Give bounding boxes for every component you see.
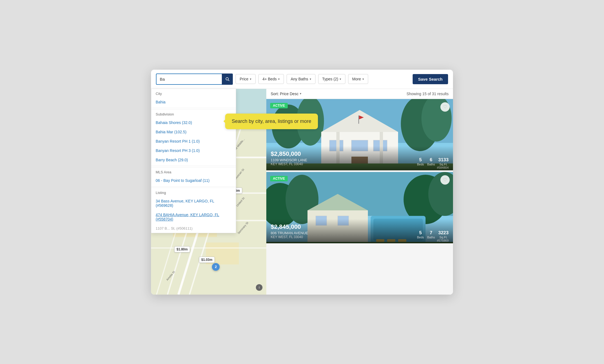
autocomplete-dropdown: City Bahia Subdivision Bahaia Shores (32…	[151, 89, 236, 233]
listing-1-active-badge: ACTIVE	[270, 103, 288, 108]
search-button[interactable]	[222, 74, 233, 85]
chevron-down-icon: ▾	[362, 77, 364, 81]
ac-mls-header: MLS Area	[151, 167, 236, 176]
listing-2-sqft-stat: 3223 Sq.Ft.	[438, 230, 449, 239]
results-count: Showing 15 of 31 results	[407, 92, 449, 96]
ac-item-bahia-avenue[interactable]: 474 BAHIA Avenue, KEY LARGO, FL (#558704…	[151, 210, 236, 224]
listing-2-price: $2,845,000	[271, 223, 449, 230]
circle-marker-2[interactable]: 2	[212, 263, 220, 271]
listing-1-baths-stat: 6 Baths	[427, 157, 435, 166]
listing-1-beds-stat: 5 Beds	[417, 157, 424, 166]
ac-item-banyan-ph3[interactable]: Banyan Resort PH 3 (1.0)	[151, 146, 236, 155]
listing-1-price: $2,850,000	[271, 150, 449, 157]
ac-subdivision-header: Subdivision	[151, 109, 236, 118]
ac-separator-3	[151, 186, 236, 187]
svg-line-1	[228, 80, 229, 81]
svg-rect-38	[358, 115, 359, 124]
listing-2-beds-stat: 5 Beds	[417, 230, 424, 239]
ac-separator-2	[151, 166, 236, 166]
chevron-down-icon: ▾	[310, 77, 311, 81]
chevron-down-icon: ▾	[340, 77, 341, 81]
sort-button[interactable]: Sort: Price Desc ▾	[271, 92, 301, 96]
ac-item-listing-3[interactable]: 1107 B... St, (#506111)	[151, 224, 236, 233]
ac-city-header: City	[151, 89, 236, 97]
listing-1-mls: #584804	[437, 166, 449, 169]
search-box	[156, 74, 233, 85]
save-search-button[interactable]: Save Search	[413, 74, 448, 84]
types-filter-button[interactable]: Types (2) ▾	[318, 74, 345, 84]
sort-chevron-icon: ▾	[300, 92, 301, 95]
listing-card-1[interactable]: ACTIVE ♡ $2,850,000 1109 WINDSOR LANE KE…	[266, 99, 453, 170]
ac-item-bay-point[interactable]: 06 - Bay Point to Sugarloaf (11)	[151, 176, 236, 185]
map-info-button[interactable]: i	[256, 284, 262, 291]
ac-item-bahia-mar[interactable]: Bahia Mar (102.5)	[151, 127, 236, 137]
listing-1-stats: 5 Beds 6 Baths 3133 Sq.Ft.	[417, 157, 449, 166]
more-filter-button[interactable]: More ▾	[348, 74, 368, 84]
listing-2-stats: 5 Beds 7 Baths 3223 Sq.Ft.	[417, 230, 449, 239]
listings-toolbar: Sort: Price Desc ▾ Showing 15 of 31 resu…	[266, 89, 453, 99]
header: Price ▾ 4+ Beds ▾ Any Baths ▾ Types (2) …	[151, 70, 453, 89]
search-input[interactable]	[156, 74, 233, 85]
chevron-down-icon: ▾	[250, 77, 251, 81]
ac-separator-1	[151, 108, 236, 108]
listing-2-favorite-button[interactable]: ♡	[440, 175, 450, 185]
ac-item-barry-beach[interactable]: Barry Beach (29.0)	[151, 155, 236, 165]
price-marker-103: $1.03m	[199, 257, 215, 263]
price-marker-180: $1.80m	[174, 246, 190, 252]
chevron-down-icon: ▾	[278, 77, 280, 81]
listing-1-favorite-button[interactable]: ♡	[440, 102, 450, 112]
ac-listing-header: Listing	[151, 188, 236, 196]
price-filter-button[interactable]: Price ▾	[236, 74, 256, 84]
beds-filter-button[interactable]: 4+ Beds ▾	[258, 74, 284, 84]
ac-item-bass-avenue[interactable]: 34 Bass Avenue, KEY LARGO, FL (#569628)	[151, 196, 236, 210]
listing-2-baths-stat: 7 Baths	[427, 230, 435, 239]
listing-1-sqft-stat: 3133 Sq.Ft.	[438, 157, 449, 166]
listing-2-mls: #575869	[437, 239, 449, 242]
app-container: Price ▾ 4+ Beds ▾ Any Baths ▾ Types (2) …	[151, 70, 453, 295]
search-icon	[225, 77, 230, 81]
listing-2-active-badge: ACTIVE	[270, 176, 288, 181]
baths-filter-button[interactable]: Any Baths ▾	[287, 74, 315, 84]
search-tooltip: Search by city, area, listings or more	[225, 114, 318, 129]
ac-item-bahia[interactable]: Bahia	[151, 97, 236, 107]
ac-item-banyan-ph1[interactable]: Banyan Resort PH 1 (1.0)	[151, 137, 236, 146]
main-area: City Bahia Subdivision Bahaia Shores (32…	[151, 89, 453, 295]
listing-card-2[interactable]: ACTIVE ♡ $2,845,000 806 TRUMAN AVENUE KE…	[266, 172, 453, 243]
